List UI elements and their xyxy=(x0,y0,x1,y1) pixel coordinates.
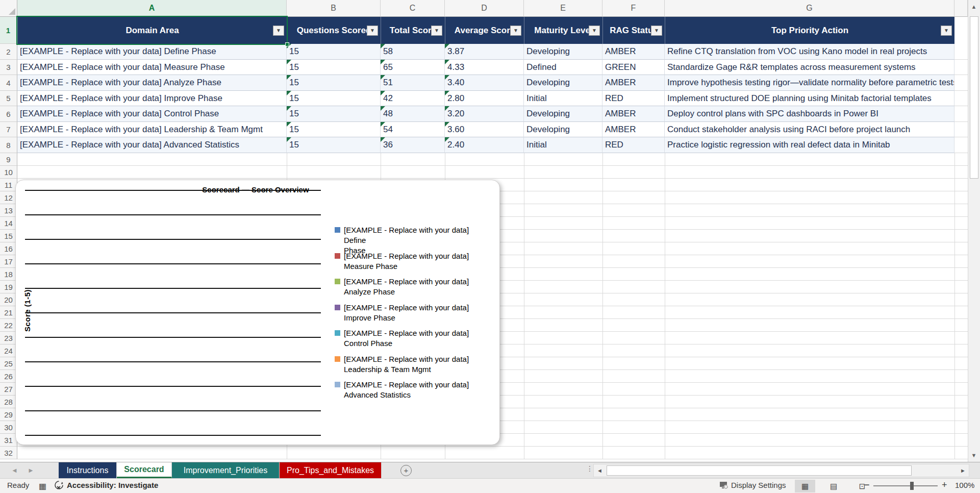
column-header-C[interactable]: C xyxy=(381,0,445,17)
filter-dropdown-icon[interactable]: ▼ xyxy=(431,26,442,36)
cell-A4[interactable]: [EXAMPLE - Replace with your data] Analy… xyxy=(17,75,287,91)
column-header-A[interactable]: A xyxy=(17,0,287,17)
cell-G5[interactable]: Implement structured DOE planning using … xyxy=(665,91,954,106)
scroll-right-arrow-icon[interactable]: ► xyxy=(957,464,969,477)
row-header-24[interactable]: 24 xyxy=(0,344,17,357)
cell-F7[interactable]: AMBER xyxy=(602,122,665,137)
cell-D4[interactable]: 3.40 xyxy=(445,75,524,91)
cell-B8[interactable]: 15 xyxy=(287,137,381,153)
sheet-tab-scorecard[interactable]: Scorecard xyxy=(117,462,172,478)
macro-record-icon[interactable]: ▦ xyxy=(39,481,46,491)
sheet-tab-instructions[interactable]: Instructions xyxy=(59,462,117,478)
row-header-1[interactable]: 1 xyxy=(0,17,17,44)
sheet-tab-pro_tips_and_mistakes[interactable]: Pro_Tips_and_Mistakes xyxy=(280,462,382,478)
cell-partial[interactable] xyxy=(954,60,968,75)
cell-F8[interactable]: RED xyxy=(602,137,665,153)
column-header-D[interactable]: D xyxy=(445,0,524,17)
cell-A2[interactable]: [EXAMPLE - Replace with your data] Defin… xyxy=(17,44,287,60)
row-header-18[interactable]: 18 xyxy=(0,268,17,281)
tab-bar-divider[interactable]: ⋮ xyxy=(586,464,593,473)
zoom-slider-track[interactable] xyxy=(873,485,938,486)
column-header-partial[interactable] xyxy=(954,0,968,17)
filter-dropdown-icon[interactable]: ▼ xyxy=(651,26,662,36)
cell-B4[interactable]: 15 xyxy=(287,75,381,91)
cell-C3[interactable]: 65 xyxy=(381,60,445,75)
row-header-21[interactable]: 21 xyxy=(0,306,17,319)
legend-entry[interactable]: [EXAMPLE - Replace with your data]Improv… xyxy=(335,303,480,323)
row-header-16[interactable]: 16 xyxy=(0,242,17,255)
zoom-level[interactable]: 100% xyxy=(955,481,974,489)
cell-E6[interactable]: Developing xyxy=(524,106,602,122)
cell-B6[interactable]: 15 xyxy=(287,106,381,122)
cell-D7[interactable]: 3.60 xyxy=(445,122,524,137)
scroll-left-arrow-icon[interactable]: ◄ xyxy=(594,464,606,477)
scroll-down-arrow-icon[interactable]: ▼ xyxy=(968,449,979,461)
legend-entry[interactable]: [EXAMPLE - Replace with your data]Advanc… xyxy=(335,380,480,400)
tab-scroll-left-icon[interactable]: ◄ xyxy=(11,466,18,474)
cell-E2[interactable]: Developing xyxy=(524,44,602,60)
cell-partial[interactable] xyxy=(954,75,968,91)
cell-G3[interactable]: Standardize Gage R&R templates across me… xyxy=(665,60,954,75)
horizontal-scrollbar[interactable]: ◄ ► xyxy=(593,464,969,477)
column-header-B[interactable]: B xyxy=(287,0,381,17)
zoom-in-button[interactable]: + xyxy=(942,480,947,490)
sheet-tab-improvement_priorities[interactable]: Improvement_Priorities xyxy=(172,462,280,478)
active-cell-selection[interactable] xyxy=(16,16,288,45)
cell-B2[interactable]: 15 xyxy=(287,44,381,60)
row-header-14[interactable]: 14 xyxy=(0,217,17,230)
cell-partial[interactable] xyxy=(954,44,968,60)
legend-entry[interactable]: [EXAMPLE - Replace with your data]Measur… xyxy=(335,251,480,272)
row-header-11[interactable]: 11 xyxy=(0,179,17,191)
cell-E8[interactable]: Initial xyxy=(524,137,602,153)
cell-D3[interactable]: 4.33 xyxy=(445,60,524,75)
row-header-12[interactable]: 12 xyxy=(0,191,17,204)
filter-dropdown-icon[interactable]: ▼ xyxy=(510,26,521,36)
row-header-3[interactable]: 3 xyxy=(0,60,17,75)
row-header-9[interactable]: 9 xyxy=(0,153,17,166)
row-header-17[interactable]: 17 xyxy=(0,255,17,268)
row-header-28[interactable]: 28 xyxy=(0,396,17,408)
scorecard-chart[interactable]: Scorecard — Score Overview Score (1-5) [… xyxy=(15,180,500,445)
row-header-6[interactable]: 6 xyxy=(0,106,17,122)
row-header-7[interactable]: 7 xyxy=(0,122,17,137)
view-page-layout-button[interactable]: ▤ xyxy=(823,480,844,492)
row-header-19[interactable]: 19 xyxy=(0,281,17,293)
accessibility-status[interactable]: Accessibility: Investigate xyxy=(67,481,158,489)
horizontal-scrollbar-thumb[interactable] xyxy=(607,465,912,476)
row-header-22[interactable]: 22 xyxy=(0,319,17,332)
cell-G2[interactable]: Refine CTQ translation from VOC using Ka… xyxy=(665,44,954,60)
cell-D2[interactable]: 3.87 xyxy=(445,44,524,60)
row-header-23[interactable]: 23 xyxy=(0,332,17,344)
row-header-29[interactable]: 29 xyxy=(0,408,17,421)
row-header-2[interactable]: 2 xyxy=(0,44,17,60)
cell-D5[interactable]: 2.80 xyxy=(445,91,524,106)
cell-F5[interactable]: RED xyxy=(602,91,665,106)
cell-A5[interactable]: [EXAMPLE - Replace with your data] Impro… xyxy=(17,91,287,106)
scroll-up-arrow-icon[interactable]: ▲ xyxy=(968,1,979,13)
cell-A8[interactable]: [EXAMPLE - Replace with your data] Advan… xyxy=(17,137,287,153)
view-normal-button[interactable]: ▦ xyxy=(795,480,815,492)
column-header-G[interactable]: G xyxy=(665,0,954,17)
row-header-20[interactable]: 20 xyxy=(0,293,17,306)
zoom-slider-thumb[interactable] xyxy=(910,482,914,490)
display-settings-button[interactable]: Display Settings xyxy=(731,481,786,489)
row-header-10[interactable]: 10 xyxy=(0,166,17,179)
cell-D6[interactable]: 3.20 xyxy=(445,106,524,122)
filter-dropdown-icon[interactable]: ▼ xyxy=(367,26,378,36)
row-header-30[interactable]: 30 xyxy=(0,421,17,434)
cell-C4[interactable]: 51 xyxy=(381,75,445,91)
row-header-31[interactable]: 31 xyxy=(0,434,17,447)
vertical-scrollbar-thumb[interactable] xyxy=(970,16,978,179)
row-header-15[interactable]: 15 xyxy=(0,230,17,242)
cell-C6[interactable]: 48 xyxy=(381,106,445,122)
legend-entry[interactable]: [EXAMPLE - Replace with your data]Contro… xyxy=(335,328,480,349)
new-sheet-button[interactable]: + xyxy=(400,465,412,476)
tab-scroll-right-icon[interactable]: ► xyxy=(28,466,34,474)
cell-partial[interactable] xyxy=(954,137,968,153)
cell-partial[interactable] xyxy=(954,91,968,106)
cell-A6[interactable]: [EXAMPLE - Replace with your data] Contr… xyxy=(17,106,287,122)
cell-E7[interactable]: Developing xyxy=(524,122,602,137)
cell-G4[interactable]: Improve hypothesis testing rigor—validat… xyxy=(665,75,954,91)
cell-F6[interactable]: AMBER xyxy=(602,106,665,122)
row-header-25[interactable]: 25 xyxy=(0,357,17,370)
